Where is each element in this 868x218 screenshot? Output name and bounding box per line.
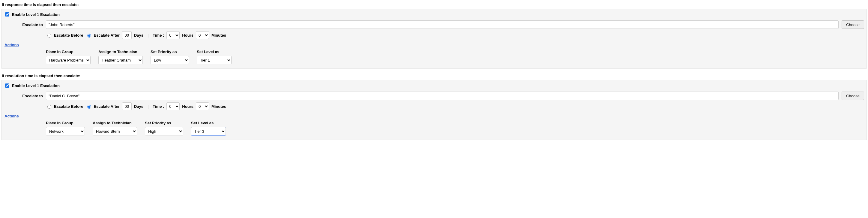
response-escalate-to-input[interactable] [46,21,839,29]
response-actions-link[interactable]: Actions [4,43,19,47]
response-level-label: Set Level as [197,50,231,54]
response-separator: | [146,33,150,37]
resolution-tech-label: Assign to Technician [93,121,137,125]
resolution-panel: Enable Level 1 Escalation Escalate to Ch… [1,80,867,140]
resolution-level-select[interactable]: Tier 3 [191,127,226,135]
resolution-choose-button[interactable]: Choose [842,91,864,100]
response-minutes-select[interactable]: 0 [196,31,209,39]
response-escalate-before-label: Escalate Before [54,33,83,37]
resolution-section-title: If resolution time is elapsed then escal… [2,74,867,78]
resolution-minutes-select[interactable]: 0 [196,102,209,110]
response-escalate-after-label: Escalate After [94,33,120,37]
response-hours-select[interactable]: 0 [166,31,180,39]
response-priority-label: Set Priority as [151,50,189,54]
response-choose-button[interactable]: Choose [842,21,864,29]
resolution-hours-label: Hours [182,104,193,109]
resolution-priority-select[interactable]: High [145,127,183,135]
resolution-group-select[interactable]: Network [46,127,85,135]
resolution-enable-label: Enable Level 1 Escalation [12,83,60,88]
resolution-escalate-to-input[interactable] [46,91,839,100]
response-tech-label: Assign to Technician [98,50,143,54]
response-minutes-label: Minutes [212,33,226,37]
response-priority-select[interactable]: Low [151,56,189,64]
response-group-label: Place in Group [46,50,91,54]
response-days-label: Days [134,33,143,37]
response-level-select[interactable]: Tier 1 [197,56,231,64]
response-panel: Enable Level 1 Escalation Escalate to Ch… [1,9,867,69]
resolution-actions-link[interactable]: Actions [4,114,19,118]
resolution-escalate-before-radio[interactable] [48,105,51,109]
response-escalate-to-label: Escalate to [4,23,43,27]
resolution-escalate-after-radio[interactable] [87,105,91,109]
response-enable-label: Enable Level 1 Escalation [12,12,60,17]
resolution-time-label: Time : [153,104,164,109]
resolution-group-label: Place in Group [46,121,85,125]
response-group-select[interactable]: Hardware Problems [46,56,91,64]
resolution-separator: | [146,104,150,109]
resolution-escalate-after-label: Escalate After [94,104,120,109]
resolution-level-label: Set Level as [191,121,226,125]
response-tech-select[interactable]: Heather Graham [98,56,143,64]
resolution-hours-select[interactable]: 0 [166,102,180,110]
response-section-title: If response time is elapsed then escalat… [2,2,867,7]
resolution-enable-checkbox[interactable] [5,83,9,88]
response-enable-checkbox[interactable] [5,12,9,17]
resolution-escalate-before-label: Escalate Before [54,104,83,109]
resolution-days-label: Days [134,104,143,109]
response-time-label: Time : [153,33,164,37]
resolution-days-input[interactable] [122,102,132,110]
resolution-tech-select[interactable]: Howard Stern [93,127,137,135]
resolution-priority-label: Set Priority as [145,121,183,125]
response-escalate-before-radio[interactable] [48,34,51,37]
response-days-input[interactable] [122,31,132,39]
resolution-escalate-to-label: Escalate to [4,94,43,98]
resolution-minutes-label: Minutes [212,104,226,109]
response-hours-label: Hours [182,33,193,37]
response-escalate-after-radio[interactable] [87,34,91,37]
